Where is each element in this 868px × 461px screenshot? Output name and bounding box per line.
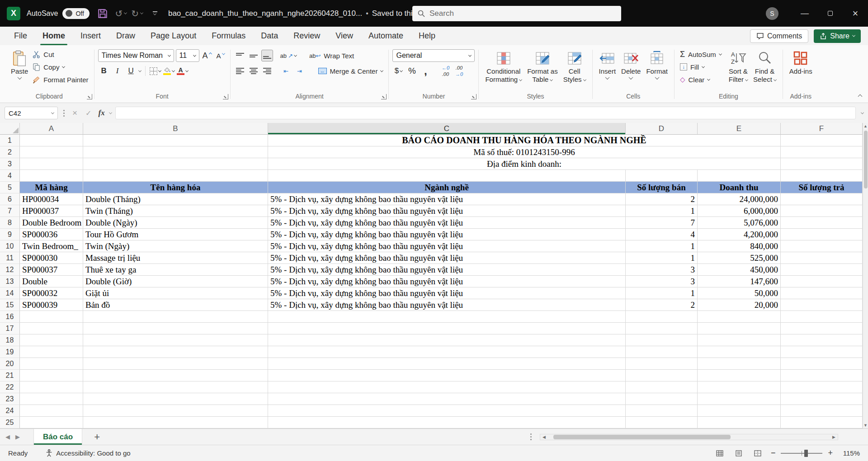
row-header-10[interactable]: 10 <box>0 240 20 252</box>
conditional-formatting-button[interactable]: Conditional Formatting <box>482 48 524 84</box>
ribbon-tab-help[interactable]: Help <box>411 27 443 45</box>
row-header-8[interactable]: 8 <box>0 217 20 229</box>
copy-button[interactable]: Copy <box>31 61 90 73</box>
cell[interactable] <box>268 358 626 370</box>
borders-button[interactable] <box>150 65 161 77</box>
cell[interactable] <box>626 358 698 370</box>
cell[interactable] <box>698 358 781 370</box>
cell[interactable] <box>781 193 863 205</box>
cell[interactable]: Tour Hồ Gươm <box>83 229 268 240</box>
accessibility-status[interactable]: Accessibility: Good to go <box>46 449 130 457</box>
save-icon[interactable] <box>98 9 108 19</box>
cell[interactable] <box>20 417 83 428</box>
autosave-toggle[interactable]: Off <box>62 8 90 19</box>
cell[interactable] <box>20 346 83 358</box>
row-header-23[interactable]: 23 <box>0 393 20 405</box>
prev-sheet-icon[interactable]: ◀ <box>0 433 15 440</box>
cell[interactable] <box>20 405 83 417</box>
row-header-3[interactable]: 3 <box>0 158 20 170</box>
cell[interactable]: 1 <box>626 287 698 299</box>
row-header-4[interactable]: 4 <box>0 170 20 182</box>
align-center-button[interactable] <box>248 65 259 77</box>
cell[interactable] <box>20 323 83 334</box>
sort-filter-button[interactable]: AZ Sort & Filter <box>726 48 750 84</box>
cell[interactable] <box>20 146 83 158</box>
ribbon-tab-file[interactable]: File <box>6 27 35 45</box>
cell[interactable] <box>20 358 83 370</box>
cell[interactable] <box>83 417 268 428</box>
cell[interactable]: Double Bedroom <box>20 217 83 229</box>
cell[interactable] <box>20 158 83 170</box>
cell[interactable] <box>698 346 781 358</box>
cell[interactable]: Bản đồ <box>83 299 268 311</box>
align-right-button[interactable] <box>261 65 273 77</box>
column-header-d[interactable]: D <box>626 123 698 135</box>
number-format-select[interactable]: General <box>392 49 475 62</box>
cell[interactable] <box>83 334 268 346</box>
italic-button[interactable]: I <box>112 65 123 77</box>
cell[interactable] <box>20 393 83 405</box>
number-dialog-launcher[interactable] <box>471 94 476 99</box>
table-header-cell[interactable]: Ngành nghề <box>268 182 626 193</box>
ribbon-tab-formulas[interactable]: Formulas <box>204 27 253 45</box>
cell[interactable]: Twin (Tháng) <box>83 205 268 217</box>
table-header-cell[interactable]: Mã hàng <box>20 182 83 193</box>
merged-title-cell[interactable]: BÁO CÁO DOANH THU HÀNG HÓA THEO NGÀNH NG… <box>268 135 781 146</box>
cell[interactable] <box>626 346 698 358</box>
cell[interactable] <box>20 311 83 323</box>
undo-dropdown-icon[interactable] <box>124 11 127 14</box>
cell[interactable]: 3 <box>626 264 698 276</box>
table-header-cell[interactable]: Tên hàng hóa <box>83 182 268 193</box>
cell[interactable]: Thuê xe tay ga <box>83 264 268 276</box>
collapse-ribbon-icon[interactable] <box>858 94 863 99</box>
cell[interactable]: HP000034 <box>20 193 83 205</box>
middle-align-button[interactable] <box>248 50 259 61</box>
scroll-right-icon[interactable]: ▶ <box>830 435 838 439</box>
horizontal-scroll-thumb[interactable] <box>553 435 731 439</box>
scroll-left-icon[interactable]: ◀ <box>540 435 548 439</box>
ribbon-tab-automate[interactable]: Automate <box>361 27 411 45</box>
scroll-up-icon[interactable]: ▲ <box>863 123 868 129</box>
cell[interactable]: Massage trị liệu <box>83 252 268 264</box>
cell[interactable]: 50,000 <box>698 287 781 299</box>
cell[interactable] <box>781 205 863 217</box>
tab-scroll-handle[interactable] <box>530 433 532 440</box>
table-header-cell[interactable]: Doanh thu <box>698 182 781 193</box>
cell[interactable] <box>781 276 863 287</box>
next-sheet-icon[interactable]: ▶ <box>15 433 25 440</box>
cell[interactable] <box>626 393 698 405</box>
addins-button[interactable]: Add-ins <box>787 48 815 75</box>
currency-format-button[interactable]: $ <box>392 65 404 77</box>
zoom-out-button[interactable]: − <box>771 448 776 458</box>
quick-access-customize-icon[interactable] <box>153 11 157 15</box>
row-header-18[interactable]: 18 <box>0 334 20 346</box>
cell[interactable] <box>83 311 268 323</box>
cell[interactable]: 2 <box>626 299 698 311</box>
cell[interactable] <box>781 358 863 370</box>
clear-button[interactable]: ◇ Clear <box>678 73 723 86</box>
bold-button[interactable]: B <box>98 65 110 77</box>
cell[interactable] <box>781 287 863 299</box>
cell[interactable] <box>626 417 698 428</box>
cell[interactable] <box>781 217 863 229</box>
new-sheet-button[interactable]: + <box>94 431 100 443</box>
cell[interactable] <box>781 229 863 240</box>
expand-formula-bar-icon[interactable] <box>861 111 864 114</box>
cell[interactable]: Double (Giờ) <box>83 276 268 287</box>
cell[interactable] <box>626 334 698 346</box>
cell[interactable] <box>268 311 626 323</box>
ribbon-tab-view[interactable]: View <box>328 27 361 45</box>
enter-formula-icon[interactable]: ✓ <box>83 109 94 118</box>
row-header-9[interactable]: 9 <box>0 229 20 240</box>
cell[interactable] <box>83 146 268 158</box>
cell[interactable]: 4,200,000 <box>698 229 781 240</box>
ribbon-tab-insert[interactable]: Insert <box>73 27 108 45</box>
fill-button[interactable]: ↓ Fill <box>678 61 723 73</box>
cell[interactable] <box>268 370 626 381</box>
row-header-7[interactable]: 7 <box>0 205 20 217</box>
cell[interactable] <box>698 405 781 417</box>
row-header-6[interactable]: 6 <box>0 193 20 205</box>
cell[interactable] <box>83 381 268 393</box>
cell[interactable] <box>781 381 863 393</box>
top-align-button[interactable] <box>234 50 246 61</box>
